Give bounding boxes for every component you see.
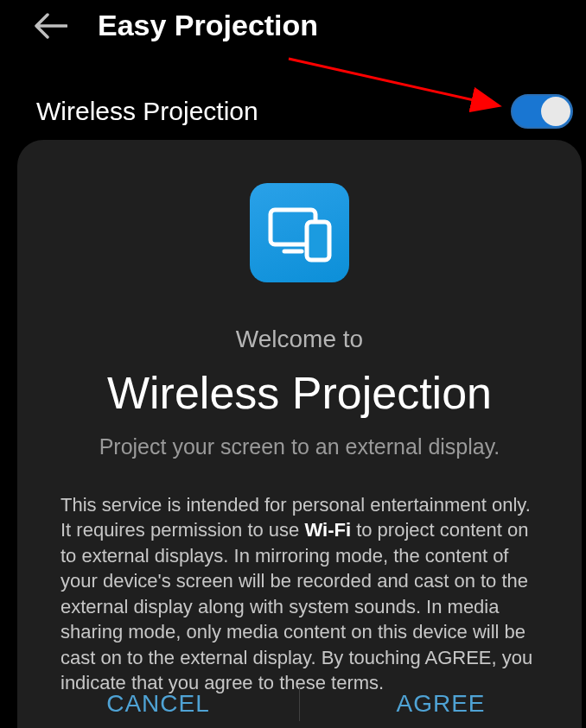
dialog-body-post: to project content on to external displa… [61,519,532,693]
svg-rect-4 [307,222,329,260]
wireless-projection-toggle[interactable] [511,94,573,129]
wireless-projection-setting: Wireless Projection [0,60,586,137]
dialog-body-bold: Wi-Fi [304,519,351,541]
dialog-actions: CANCEL AGREE [17,680,582,728]
cancel-button[interactable]: CANCEL [17,680,299,728]
toggle-knob [541,97,570,126]
dialog-title: Wireless Projection [17,367,582,419]
dialog-subtitle: Project your screen to an external displ… [17,434,582,459]
setting-label: Wireless Projection [36,97,258,126]
dialog-body: This service is intended for personal en… [17,492,582,696]
screen-cast-icon [250,183,349,282]
welcome-dialog: Welcome to Wireless Projection Project y… [17,140,582,728]
agree-button[interactable]: AGREE [300,680,582,728]
dialog-welcome: Welcome to [17,326,582,353]
back-arrow-icon[interactable] [35,13,67,39]
page-title: Easy Projection [98,9,318,42]
